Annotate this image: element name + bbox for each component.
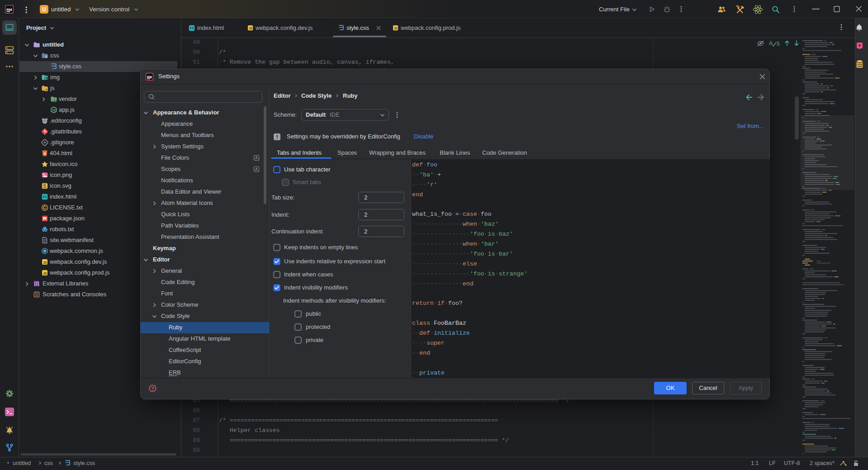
svg-text:5: 5 — [777, 41, 780, 47]
svg-text:JS: JS — [45, 88, 48, 91]
svg-text:A: A — [769, 40, 773, 47]
svg-text:JS: JS — [43, 272, 47, 275]
svg-text:U: U — [42, 6, 46, 13]
svg-text:RM: RM — [147, 76, 152, 79]
svg-text:?: ? — [151, 386, 154, 391]
svg-text:JS: JS — [394, 27, 398, 30]
svg-text:JS: JS — [249, 27, 253, 30]
svg-text:RM: RM — [6, 8, 12, 12]
svg-text:5: 5 — [44, 152, 46, 155]
svg-text:3: 3 — [45, 55, 47, 58]
svg-text:JS: JS — [52, 109, 56, 112]
svg-text:JS: JS — [43, 261, 47, 264]
